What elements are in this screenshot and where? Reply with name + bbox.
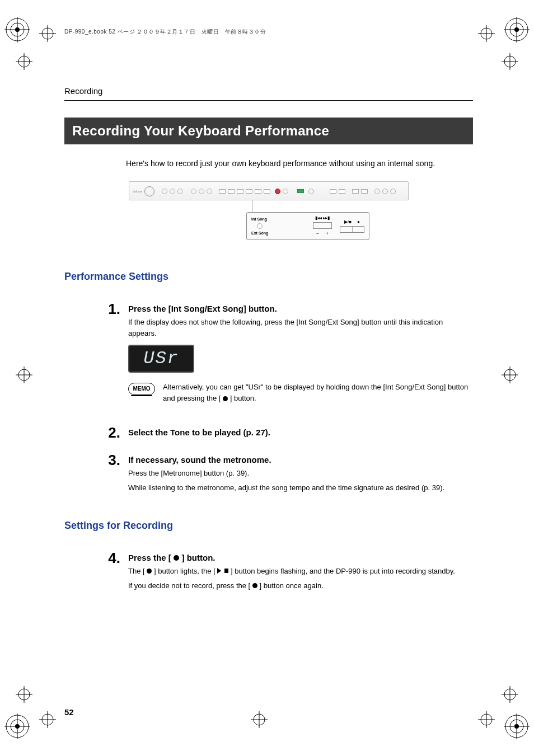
intro-text: Here's how to record just your own keybo… bbox=[126, 158, 462, 170]
crop-target-icon bbox=[504, 17, 530, 43]
step-1: 1. Press the [Int Song/Ext Song] button.… bbox=[104, 302, 473, 414]
record-icon bbox=[147, 569, 152, 574]
dotted-rule bbox=[64, 285, 473, 286]
step-text: While listening to the metronome, adjust… bbox=[128, 482, 473, 494]
registration-mark-icon bbox=[502, 686, 518, 703]
step-text: If you decide not to record, press the [… bbox=[128, 580, 473, 591]
ext-song-label: Ext Song bbox=[251, 231, 268, 235]
step-text: Press the [Metronome] button (p. 39). bbox=[128, 468, 473, 479]
subheading-settings-for-recording: Settings for Recording bbox=[64, 520, 473, 532]
registration-mark-icon bbox=[251, 711, 268, 728]
registration-mark-icon bbox=[478, 25, 495, 42]
header-rule bbox=[64, 100, 473, 101]
step-text: If the display does not show the followi… bbox=[128, 317, 473, 339]
int-song-label: Int Song bbox=[251, 217, 268, 221]
step-title: If necessary, sound the metronome. bbox=[128, 455, 473, 464]
record-icon bbox=[223, 396, 228, 401]
registration-mark-icon bbox=[502, 53, 518, 70]
crop-target-icon bbox=[4, 17, 30, 43]
step-title: Select the Tone to be played (p. 27). bbox=[128, 428, 473, 437]
step-number: 4. bbox=[104, 551, 120, 595]
registration-mark-icon bbox=[478, 711, 495, 728]
crop-target-icon bbox=[504, 713, 530, 739]
running-header: Recording bbox=[64, 86, 473, 96]
step-title: Press the [Int Song/Ext Song] button. bbox=[128, 304, 473, 313]
registration-mark-icon bbox=[39, 711, 56, 728]
registration-mark-icon bbox=[502, 367, 518, 383]
keyboard-panel-diagram: Volume Int Song Ext Song ▮◂◂▸▸▮ −+ bbox=[129, 181, 409, 248]
play-stop-icon bbox=[217, 568, 228, 574]
step-number: 3. bbox=[104, 453, 120, 497]
step-number: 2. bbox=[104, 425, 120, 440]
registration-mark-icon bbox=[39, 25, 56, 42]
record-icon bbox=[174, 555, 180, 561]
registration-mark-icon bbox=[16, 367, 32, 383]
subheading-performance-settings: Performance Settings bbox=[64, 271, 473, 283]
step-4: 4. Press the [ ] button. The [ ] button … bbox=[104, 551, 473, 595]
page-number: 52 bbox=[64, 707, 74, 717]
registration-mark-icon bbox=[16, 53, 32, 70]
lcd-display: USr bbox=[128, 345, 194, 373]
page-title: Recording Your Keyboard Performance bbox=[64, 118, 473, 144]
step-text: The [ ] button lights, the [ ] button be… bbox=[128, 566, 473, 577]
step-3: 3. If necessary, sound the metronome. Pr… bbox=[104, 453, 473, 497]
step-number: 1. bbox=[104, 302, 120, 414]
memo-badge: MEMO bbox=[128, 383, 155, 395]
book-meta-line: DP-990_e.book 52 ページ ２００９年２月１７日 火曜日 午前８時… bbox=[64, 28, 473, 36]
page-content: DP-990_e.book 52 ページ ２００９年２月１７日 火曜日 午前８時… bbox=[64, 28, 473, 607]
dotted-rule bbox=[64, 534, 473, 535]
memo-text: Alternatively, you can get "USr" to be d… bbox=[163, 382, 473, 404]
crop-target-icon bbox=[4, 713, 30, 739]
step-title: Press the [ ] button. bbox=[128, 553, 473, 562]
record-icon bbox=[252, 583, 257, 588]
registration-mark-icon bbox=[16, 686, 32, 703]
step-2: 2. Select the Tone to be played (p. 27). bbox=[104, 425, 473, 440]
